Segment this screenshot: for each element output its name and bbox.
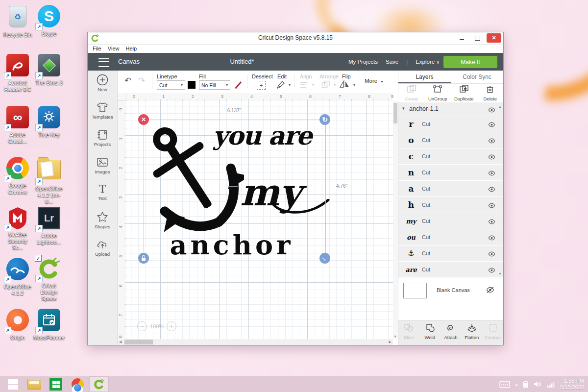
make-it-button[interactable]: Make It — [443, 56, 497, 68]
desktop-icon-openoffice[interactable]: ↗ OpenOffice 4.1.2 — [2, 257, 33, 296]
title-bar[interactable]: Cricut Design Space v5.8.15 ✕ — [88, 32, 503, 45]
menu-view[interactable]: View — [108, 45, 120, 53]
flip-icon[interactable] — [339, 80, 350, 88]
sidebar-item-upload[interactable]: Upload — [88, 235, 117, 263]
duplicate-button[interactable]: Duplicate — [451, 84, 477, 102]
layer-row[interactable]: nCut — [398, 165, 503, 180]
layer-row[interactable]: rCut — [398, 116, 503, 132]
hamburger-menu-icon[interactable] — [98, 58, 109, 67]
eye-icon[interactable] — [488, 266, 495, 275]
scroll-down-icon[interactable]: ▼ — [498, 272, 502, 275]
desktop-icon-chrome[interactable]: ↗ Google Chrome — [2, 156, 33, 196]
desktop-icon-openoffice-folder[interactable]: ↗ OpenOffice 4.1.2 (en-U... — [33, 156, 65, 205]
resize-handle[interactable]: ↔ — [319, 253, 330, 264]
more-button[interactable]: More ▾ — [365, 78, 383, 84]
minimize-button[interactable] — [455, 33, 468, 43]
close-button[interactable]: ✕ — [487, 33, 501, 43]
menu-file[interactable]: File — [93, 45, 101, 53]
layer-row[interactable]: cCut — [398, 148, 503, 164]
explore-menu[interactable]: Explore ∨ — [416, 59, 440, 65]
desktop-icon-true-key[interactable]: ↗ True Key — [33, 105, 65, 138]
desktop-icon-lightroom[interactable]: Lr↗ Adobe Lightroo... — [33, 206, 65, 245]
taskbar-chrome[interactable] — [68, 376, 87, 392]
redo-icon[interactable]: ↷ — [138, 75, 145, 86]
maximize-button[interactable] — [471, 33, 484, 43]
vertical-scrollbar[interactable]: ▼ — [393, 101, 398, 339]
eye-icon[interactable] — [488, 106, 495, 115]
start-button[interactable] — [3, 376, 23, 392]
edit-pencil-icon[interactable] — [276, 80, 285, 89]
eye-icon[interactable] — [488, 250, 495, 259]
hidden-icons-chevron[interactable]: ▴ — [515, 382, 517, 387]
layer-row[interactable]: areCut — [398, 262, 503, 277]
eye-slash-icon[interactable] — [486, 286, 494, 295]
eye-icon[interactable] — [488, 153, 495, 162]
sidebar-item-templates[interactable]: Templates — [88, 98, 117, 125]
scroll-right-icon[interactable]: ▶ — [389, 340, 392, 344]
eye-icon[interactable] — [488, 137, 495, 146]
layer-row[interactable]: aCut — [398, 181, 503, 196]
tab-color-sync[interactable]: Color Sync — [451, 71, 503, 83]
sidebar-item-text[interactable]: T Text — [88, 180, 117, 208]
desktop-icon-adobe-cc[interactable]: ∞↗ Adobe Creati... — [2, 105, 33, 145]
layer-row[interactable]: hCut — [398, 197, 503, 213]
desktop-icon-skype[interactable]: S↗ Skype — [33, 4, 65, 37]
attach-button[interactable]: Attach — [441, 320, 462, 345]
eye-icon[interactable] — [488, 169, 495, 178]
lock-handle[interactable] — [138, 253, 149, 264]
scrollbar-thumb[interactable] — [393, 103, 397, 123]
menu-help[interactable]: Help — [126, 45, 137, 53]
scrollbar-thumb[interactable] — [124, 340, 153, 344]
design-grid[interactable]: you are my anchor 6.137" 4.76" ✕ ↻ ↔ − — [126, 101, 393, 339]
scroll-left-icon[interactable]: ◀ — [119, 340, 122, 344]
speaker-icon[interactable] — [534, 381, 541, 388]
fill-select[interactable]: No Fill▾ — [199, 80, 230, 90]
fill-pen-icon[interactable] — [233, 80, 243, 90]
taskbar-cricut-active[interactable] — [89, 376, 109, 392]
document-title[interactable]: Untitled* — [213, 58, 271, 65]
flatten-button[interactable]: Flatten — [461, 320, 482, 345]
battery-icon[interactable] — [523, 380, 528, 388]
zoom-in-button[interactable]: + — [167, 321, 176, 331]
linetype-color-swatch[interactable] — [188, 81, 196, 89]
eye-icon[interactable] — [488, 218, 495, 226]
taskbar-store[interactable] — [46, 376, 66, 392]
desktop-icon-massplanner[interactable]: ↗ MassPlanner — [33, 308, 65, 341]
layer-row[interactable]: myCut — [398, 213, 503, 229]
slice-button[interactable]: Slice — [398, 320, 419, 345]
canvas-color-swatch[interactable] — [403, 283, 427, 298]
delete-button[interactable]: Delete — [477, 84, 504, 102]
desktop-icon-origin[interactable]: ↗ Origin — [2, 308, 33, 341]
sidebar-item-shapes[interactable]: Shapes — [88, 208, 117, 235]
blank-canvas-row[interactable]: Blank Canvas — [398, 278, 503, 303]
delete-handle[interactable]: ✕ — [138, 114, 149, 125]
weld-button[interactable]: Weld — [419, 320, 441, 345]
eye-icon[interactable] — [488, 201, 495, 210]
layer-row[interactable]: ⚓Cut — [398, 245, 503, 261]
scroll-down-icon[interactable]: ▼ — [393, 335, 397, 338]
taskbar-file-explorer[interactable] — [24, 376, 44, 392]
desktop-icon-mcafee[interactable]: ↗ McAfee Security Sc... — [2, 206, 33, 251]
taskbar-clock[interactable]: 1:33 PM 5/15/2020 — [560, 378, 584, 391]
tab-layers[interactable]: Layers — [398, 71, 451, 83]
sidebar-item-projects[interactable]: Projects — [88, 125, 117, 153]
linetype-select[interactable]: Cut▾ — [157, 80, 185, 90]
group-button[interactable]: Group — [398, 84, 425, 102]
layer-group-header[interactable]: ▾ anchor-1.1 — [398, 102, 503, 116]
horizontal-scrollbar[interactable]: ◀ ▶ — [118, 339, 393, 345]
scroll-up-icon[interactable]: ▲ — [498, 105, 502, 108]
deselect-icon[interactable]: + — [257, 81, 266, 90]
ungroup-button[interactable]: UnGroup — [425, 84, 451, 102]
contour-button[interactable]: Contour — [482, 320, 503, 345]
undo-icon[interactable]: ↶ — [124, 75, 131, 86]
my-projects-link[interactable]: My Projects — [348, 59, 378, 65]
sidebar-item-new[interactable]: New — [88, 71, 117, 98]
desktop-icon-acrobat[interactable]: ↗ Acrobat Reader DC — [2, 53, 33, 93]
eye-icon[interactable] — [488, 234, 495, 243]
desktop-icon-cricut[interactable]: ✓ ↗ Cricut Design Space — [33, 257, 65, 302]
save-link[interactable]: Save — [386, 59, 398, 65]
sidebar-item-images[interactable]: Images — [88, 153, 117, 180]
zoom-out-button[interactable]: − — [137, 321, 147, 331]
layer-row[interactable]: oCut — [398, 132, 503, 148]
desktop-icon-sims3[interactable]: ↗ The Sims 3 — [33, 53, 65, 86]
